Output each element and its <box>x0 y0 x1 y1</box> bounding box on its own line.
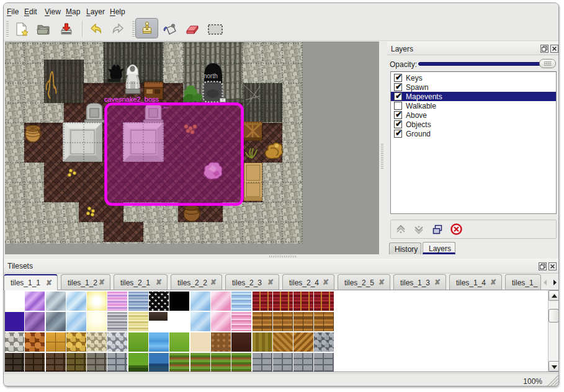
svg-text:north: north <box>204 73 218 79</box>
svg-text:cavesnake2_bos: cavesnake2_bos <box>145 105 169 109</box>
svg-text:cavesnake2_boss: cavesnake2_boss <box>104 96 159 103</box>
